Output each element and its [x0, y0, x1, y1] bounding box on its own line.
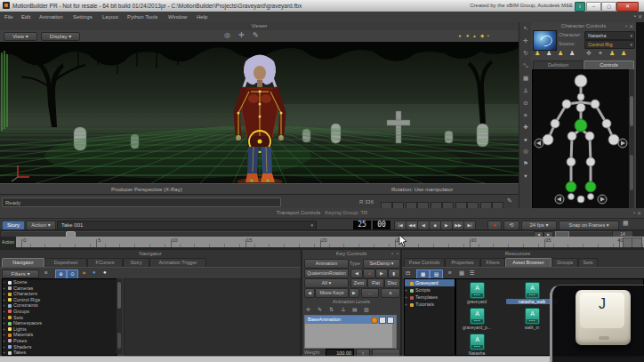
select-tool-icon[interactable]: ↖ — [519, 25, 532, 32]
tree-item-materials[interactable]: +Materials — [3, 332, 117, 338]
go-to-start-button[interactable]: |◀ — [394, 221, 407, 230]
keyframe-square-icon[interactable]: ▪ — [487, 33, 489, 38]
add-tool-icon[interactable]: ✚ — [519, 124, 532, 131]
set-key-button[interactable]: ● — [363, 269, 375, 278]
list-view-icon[interactable]: ≡ — [44, 269, 48, 276]
menu-help[interactable]: Help — [197, 13, 207, 20]
tab-navigator[interactable]: Navigator — [2, 258, 44, 267]
add-level-icon[interactable]: ✛ — [306, 306, 310, 312]
filter-white-icon[interactable]: ● — [103, 269, 107, 275]
level-row-selected[interactable]: BaseAnimation — [305, 316, 396, 324]
menu-settings[interactable]: Settings — [73, 13, 93, 20]
fps-dropdown[interactable]: 24 fps ▾ — [521, 221, 557, 230]
pane-close-icon[interactable]: • — [397, 251, 398, 256]
tab-story[interactable]: Story — [123, 258, 149, 267]
figure-tool-icon[interactable]: ♙ — [519, 87, 532, 94]
source-dropdown[interactable]: Control Rig ▾ — [584, 40, 635, 49]
keyframe-dot-icon[interactable]: ● — [466, 33, 469, 38]
pane-close-icon[interactable]: ✕ — [637, 210, 641, 216]
animation-mode-button[interactable]: Animation — [304, 259, 349, 269]
view-button[interactable]: View ▾ — [4, 32, 37, 41]
layer-a-icon[interactable]: ▤ — [352, 306, 358, 312]
tree-item-characters[interactable]: +Characters — [3, 291, 117, 297]
level-lock-icon[interactable] — [387, 317, 394, 324]
flat-button[interactable]: Flat — [367, 278, 384, 288]
tab-definition[interactable]: Definition — [533, 60, 584, 69]
tree-item-sets[interactable]: +Sets — [3, 315, 117, 321]
pane-dot-icon[interactable]: • — [391, 251, 393, 256]
menu-window[interactable]: Window — [168, 13, 187, 20]
menu-animation[interactable]: Animation — [39, 13, 63, 20]
tab-fcurves[interactable]: FCurves — [87, 258, 123, 267]
tree-toggle-icon[interactable]: ⊟ — [406, 269, 410, 277]
menu-file[interactable]: File — [4, 13, 13, 20]
story-button[interactable]: Story — [2, 221, 25, 230]
pane-close-icon[interactable]: ✕ — [629, 23, 633, 29]
character-rep-icon[interactable]: ♟ — [621, 50, 626, 57]
viewport-3d-scene[interactable] — [0, 42, 519, 183]
tree-item-namespaces[interactable]: +Namespaces — [3, 320, 117, 326]
level-solo-icon[interactable] — [379, 317, 386, 324]
character-rep-icon[interactable]: ✥ — [586, 50, 592, 57]
tab-asset-browser[interactable]: Asset Browser — [505, 258, 551, 267]
help-icon[interactable]: i — [575, 2, 585, 12]
prev-key-button[interactable]: ◀ — [350, 269, 363, 278]
flag-tool-icon[interactable]: ⚑ — [519, 160, 532, 167]
dot-tool-icon[interactable]: ● — [519, 136, 532, 142]
snap-dropdown[interactable]: Snap on Frames ▾ — [559, 221, 619, 230]
tree-item-shaders[interactable]: +Shaders — [3, 344, 117, 350]
pane-dot-icon[interactable]: • — [625, 23, 627, 28]
tab-pose-controls[interactable]: Pose Controls — [404, 258, 445, 267]
tree-item-control-rigs[interactable]: +Control Rigs — [3, 297, 117, 303]
more-tool-icon[interactable]: ▾ — [519, 173, 532, 180]
character-rep-icon[interactable]: ♟ — [546, 50, 551, 57]
disc-button[interactable]: Disc — [384, 278, 400, 288]
action-dropdown[interactable]: Action ▾ — [26, 221, 56, 230]
step-forward-button[interactable]: ▶▶ — [452, 221, 464, 230]
reorder-level-icon[interactable]: ⇅ — [329, 306, 334, 312]
fbx-file-icon[interactable]: A••• — [470, 282, 485, 299]
play-reverse-button[interactable]: ◀ — [417, 221, 430, 230]
folder-tutorials[interactable]: +Tutorials — [405, 301, 455, 308]
character-rep-icon[interactable]: ✦ — [598, 50, 603, 57]
tree-item-lights[interactable]: +Lights — [3, 326, 117, 333]
fbx-file-icon[interactable]: A••• — [470, 308, 485, 325]
asset-folder-tree[interactable]: −Graveyard +Scripts +Templates +Tutorial… — [404, 278, 455, 356]
thumb-view-button[interactable]: ▦ — [416, 269, 430, 279]
keyframe-up-icon[interactable]: ▴ — [473, 33, 476, 38]
step-back-button[interactable]: ◀◀ — [406, 221, 418, 230]
delete-key-button[interactable]: ▮ — [388, 269, 400, 278]
character-level-icon[interactable]: ♙ — [341, 306, 345, 312]
pane-dot-icon[interactable]: • — [633, 210, 635, 215]
tree-item-scene[interactable]: −Scene — [3, 279, 117, 286]
rotate-tool-icon[interactable]: ↻ — [519, 50, 532, 57]
tab-sets[interactable]: Sets — [578, 258, 598, 267]
go-to-end-button[interactable]: ▶| — [463, 221, 476, 230]
tab-animation-trigger[interactable]: Animation Trigger — [149, 258, 206, 267]
tree-item-takes[interactable]: +Takes — [3, 350, 117, 356]
menu-layout[interactable]: Layout — [102, 13, 118, 20]
list-medium-icon[interactable]: ▦ — [459, 269, 464, 277]
filter-blue-icon[interactable]: ● — [93, 269, 96, 275]
target-tool-icon[interactable]: ◎ — [519, 148, 532, 155]
pen-icon[interactable]: ✎ — [507, 197, 512, 205]
fbx-file-icon[interactable]: A••• — [525, 308, 540, 325]
list-tool-icon[interactable]: ≡ — [519, 112, 532, 118]
translate-tool-icon[interactable]: ✛ — [519, 37, 532, 44]
file-label[interactable]: graveyard — [456, 299, 497, 304]
filter-amber-icon[interactable]: ✶ — [82, 269, 86, 276]
tree-scrollbar[interactable] — [117, 278, 122, 354]
level-mute-icon[interactable] — [371, 317, 378, 324]
rotate-gizmo-icon[interactable]: ◎ — [224, 31, 230, 39]
display-button[interactable]: Display ▾ — [41, 32, 80, 41]
next-key-button[interactable]: ▶ — [375, 269, 388, 278]
minimize-button[interactable]: – — [586, 2, 601, 12]
pivot-tool-icon[interactable]: ⊙ — [519, 100, 532, 107]
tree-item-groups[interactable]: +Groups — [3, 309, 117, 315]
keyframe-diamond-icon[interactable]: ◆ — [480, 33, 484, 38]
large-thumb-view-button[interactable]: ▤ — [430, 269, 443, 279]
tab-dopesheet[interactable]: Dopesheet — [44, 258, 87, 267]
character-rep-icon[interactable]: ♟ — [558, 50, 563, 57]
fbx-file-icon[interactable]: A••• — [525, 282, 540, 299]
character-dropdown[interactable]: Natasha ▾ — [584, 31, 635, 40]
